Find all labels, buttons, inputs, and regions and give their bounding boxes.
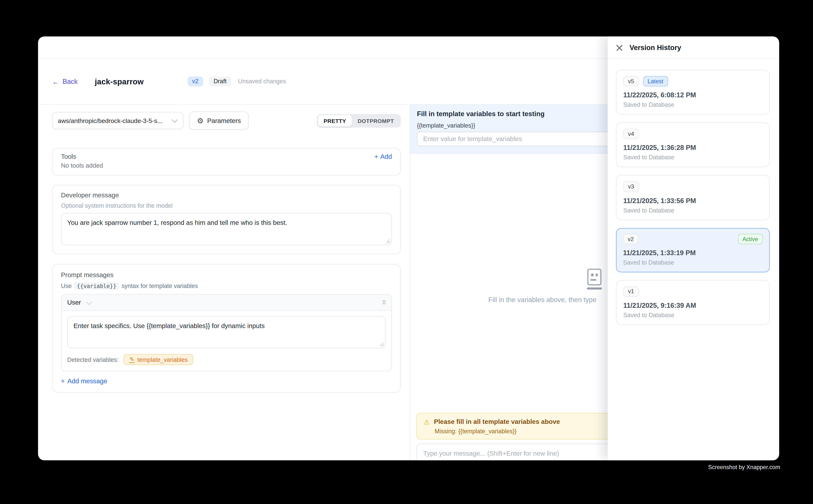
version-status: Saved to Database xyxy=(623,207,762,213)
developer-message-card: Developer message Optional system instru… xyxy=(52,185,401,254)
tools-empty-text: No tools added xyxy=(61,162,392,169)
editor-panel: aws/anthropic/bedrock-claude-3-5-s... ⚙ … xyxy=(38,105,410,460)
detected-variables-row: Detected variables: ✎ template_variables xyxy=(67,354,386,365)
add-tool-label: Add xyxy=(380,153,392,160)
draft-badge: Draft xyxy=(209,76,231,87)
tools-card: Tools + Add No tools added xyxy=(52,148,401,175)
version-number-badge: v4 xyxy=(623,129,639,139)
prompt-messages-label: Prompt messages xyxy=(61,271,392,278)
chevron-down-icon xyxy=(86,299,92,305)
version-timestamp: 11/21/2025, 9:16:39 AM xyxy=(623,301,762,309)
model-selector[interactable]: aws/anthropic/bedrock-claude-3-5-s... xyxy=(52,112,183,129)
back-label: Back xyxy=(62,78,78,85)
active-badge: Active xyxy=(738,234,763,244)
message-role-header: User ⠿ xyxy=(61,295,391,311)
version-history-panel: Version History v5 Latest 11/22/2025, 6:… xyxy=(608,36,779,460)
version-card-v1[interactable]: v1 11/21/2025, 9:16:39 AM Saved to Datab… xyxy=(616,280,770,325)
pencil-icon: ✎ xyxy=(129,356,134,363)
add-message-label: Add message xyxy=(67,378,107,385)
add-tool-button[interactable]: + Add xyxy=(374,153,392,160)
header-badges: v2 Draft Unsaved changes xyxy=(187,76,286,87)
tools-header: Tools + Add xyxy=(61,153,392,160)
warning-icon: ⚠ xyxy=(424,418,430,425)
version-status: Saved to Database xyxy=(623,102,762,108)
prompt-messages-card: Prompt messages Use {{variable}} syntax … xyxy=(52,264,401,393)
message-body: Enter task specifics. Use {{template_var… xyxy=(61,311,391,371)
detected-variables-label: Detected variables: xyxy=(67,356,119,363)
prompt-syntax-hint: Use {{variable}} syntax for template var… xyxy=(61,282,392,289)
drag-handle-icon[interactable]: ⠿ xyxy=(382,300,386,305)
prompt-message-textarea[interactable]: Enter task specifics. Use {{template_var… xyxy=(67,316,386,348)
model-selector-value: aws/anthropic/bedrock-claude-3-5-s... xyxy=(58,117,168,124)
version-timestamp: 11/21/2025, 1:36:28 PM xyxy=(623,144,762,152)
developer-message-label: Developer message xyxy=(61,192,392,199)
back-button[interactable]: ← Back xyxy=(52,78,78,85)
version-history-title: Version History xyxy=(630,44,681,51)
variable-syntax-chip: {{variable}} xyxy=(74,282,119,289)
latest-badge: Latest xyxy=(643,76,668,87)
developer-message-hint: Optional system instructions for the mod… xyxy=(61,203,392,209)
hint-suffix: syntax for template variables xyxy=(121,283,198,289)
version-card-v3[interactable]: v3 11/21/2025, 1:33:56 PM Saved to Datab… xyxy=(616,175,770,220)
plus-icon: + xyxy=(374,153,378,160)
developer-message-value: You are jack sparrow number 1, respond a… xyxy=(67,219,287,226)
prompt-message-block: User ⠿ Enter task specifics. Use {{templ… xyxy=(61,294,392,371)
chevron-down-icon xyxy=(172,117,177,123)
detected-variable-name: template_variables xyxy=(137,356,188,363)
version-timestamp: 11/21/2025, 1:33:56 PM xyxy=(623,197,762,204)
version-number-badge: v5 xyxy=(623,76,639,87)
toggle-dotprompt[interactable]: DOTPROMPT xyxy=(352,115,400,126)
parameters-label: Parameters xyxy=(207,117,241,124)
page-title: jack-sparrow xyxy=(95,77,143,86)
gear-icon: ⚙ xyxy=(197,117,204,124)
plus-icon: + xyxy=(61,378,65,385)
tools-label: Tools xyxy=(61,153,76,160)
role-selector[interactable]: User xyxy=(67,299,92,306)
unsaved-changes-label: Unsaved changes xyxy=(238,78,286,85)
role-value: User xyxy=(67,299,81,306)
version-card-v4[interactable]: v4 11/21/2025, 1:36:28 PM Saved to Datab… xyxy=(616,122,770,167)
parameters-button[interactable]: ⚙ Parameters xyxy=(189,112,249,130)
version-status: Saved to Database xyxy=(623,259,763,266)
close-icon[interactable] xyxy=(616,44,623,51)
resize-grip-icon[interactable] xyxy=(386,239,390,243)
version-badge: v2 xyxy=(187,76,203,87)
version-timestamp: 11/21/2025, 1:33:19 PM xyxy=(623,249,763,257)
version-history-header: Version History xyxy=(608,36,779,59)
version-card-v5[interactable]: v5 Latest 11/22/2025, 6:08:12 PM Saved t… xyxy=(616,70,770,115)
add-message-button[interactable]: + Add message xyxy=(61,378,392,385)
screenshot-stage: ← Back jack-sparrow v2 Draft Unsaved cha… xyxy=(0,0,813,504)
version-card-v2-active[interactable]: v2 Active 11/21/2025, 1:33:19 PM Saved t… xyxy=(616,228,770,272)
model-row: aws/anthropic/bedrock-claude-3-5-s... ⚙ … xyxy=(52,112,401,130)
toggle-pretty[interactable]: PRETTY xyxy=(318,115,352,126)
hint-prefix: Use xyxy=(61,283,72,289)
robot-face-icon xyxy=(587,269,602,289)
view-mode-toggle: PRETTY DOTPROMPT xyxy=(317,114,401,127)
warning-title: Please fill in all template variables ab… xyxy=(434,418,560,425)
developer-message-textarea[interactable]: You are jack sparrow number 1, respond a… xyxy=(61,213,392,245)
version-status: Saved to Database xyxy=(623,154,762,161)
xnapper-watermark: Screenshot by Xnapper.com xyxy=(708,464,780,470)
back-arrow-icon: ← xyxy=(52,78,59,85)
version-status: Saved to Database xyxy=(623,312,762,318)
version-number-badge: v1 xyxy=(623,286,639,297)
empty-state-text: Fill in the variables above, then type xyxy=(488,296,596,304)
version-number-badge: v2 xyxy=(623,234,639,244)
version-timestamp: 11/22/2025, 6:08:12 PM xyxy=(623,91,762,99)
prompt-message-value: Enter task specifics. Use {{template_var… xyxy=(73,322,265,330)
resize-grip-icon[interactable] xyxy=(379,342,384,346)
version-list: v5 Latest 11/22/2025, 6:08:12 PM Saved t… xyxy=(608,59,779,333)
version-number-badge: v3 xyxy=(623,181,639,192)
detected-variable-chip[interactable]: ✎ template_variables xyxy=(124,354,193,365)
